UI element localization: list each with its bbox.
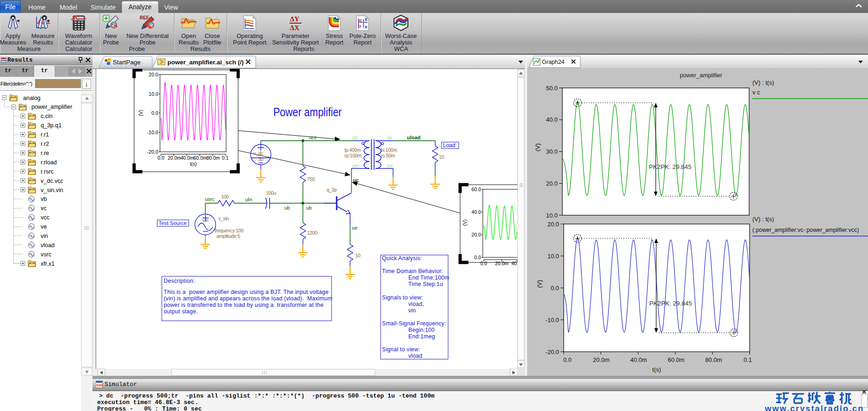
svg-text:20.0: 20.0 <box>472 232 481 237</box>
svg-text:0.0: 0.0 <box>480 261 487 266</box>
svg-text:(V): (V) <box>534 143 541 151</box>
svg-text:output stage.: output stage. <box>164 308 198 315</box>
svg-text:r.r1: r.r1 <box>41 131 49 138</box>
svg-text:20.0m: 20.0m <box>593 356 609 363</box>
svg-text:Load: Load <box>443 142 456 149</box>
svg-text:(V) : t(s): (V) : t(s) <box>752 216 774 223</box>
svg-text:r.rsrc: r.rsrc <box>41 168 54 175</box>
svg-text:pp: pp <box>352 135 358 140</box>
svg-text:1200: 1200 <box>307 230 318 236</box>
svg-text:r.re: r.re <box>41 150 49 156</box>
svg-text:ΔX: ΔX <box>290 24 299 31</box>
svg-text:Small-Signal Frequency:: Small-Signal Frequency: <box>382 320 446 327</box>
svg-text:t(s): t(s) <box>653 366 661 373</box>
svg-text:usrc: usrc <box>205 196 215 202</box>
svg-text:ls:100m: ls:100m <box>381 147 397 153</box>
svg-text:analog: analog <box>23 95 41 101</box>
svg-text:(V): (V) <box>138 110 143 116</box>
svg-text:t(s): t(s) <box>190 161 197 167</box>
svg-text:Power amplifier: Power amplifier <box>273 105 342 119</box>
svg-text:(V) : t(s): (V) : t(s) <box>752 79 774 86</box>
svg-text:r.rload: r.rload <box>41 159 57 166</box>
svg-text:ucc: ucc <box>309 135 317 140</box>
svg-text:Time Step:1u: Time Step:1u <box>408 281 443 287</box>
svg-text:uIn: uIn <box>245 197 252 202</box>
svg-text:0.0: 0.0 <box>474 255 481 260</box>
svg-text:lp:400m: lp:400m <box>345 147 361 153</box>
svg-text:-10.0: -10.0 <box>545 317 559 324</box>
svg-text:ue: ue <box>352 225 357 230</box>
svg-text:c.cin: c.cin <box>41 113 53 119</box>
svg-text:Graph24: Graph24 <box>542 59 565 65</box>
svg-text:amplitude:5: amplitude:5 <box>216 233 240 239</box>
svg-text:-20.0: -20.0 <box>147 149 158 155</box>
svg-text:10: 10 <box>355 253 361 258</box>
svg-text:20.0: 20.0 <box>548 221 559 228</box>
svg-text:REF: REF <box>140 15 149 20</box>
svg-text:10.0: 10.0 <box>548 253 559 260</box>
svg-text:power_amplifier.ai_sch (/): power_amplifier.ai_sch (/) <box>167 59 244 66</box>
svg-text:80.0m: 80.0m <box>705 356 722 363</box>
svg-text:ub: ub <box>306 205 312 211</box>
svg-text:v c: v c <box>752 89 760 96</box>
svg-text:0.1: 0.1 <box>744 356 752 363</box>
svg-text:40.0: 40.0 <box>472 209 481 215</box>
svg-text:60.0: 60.0 <box>472 187 481 192</box>
svg-text:Test Source: Test Source <box>159 220 187 226</box>
svg-text:ub: ub <box>284 205 290 211</box>
svg-text:PK2PK: 29.845: PK2PK: 29.845 <box>649 300 692 307</box>
svg-text:ΔY: ΔY <box>290 15 299 23</box>
svg-text:vcc: vcc <box>41 214 49 221</box>
svg-text:v_sin: v_sin <box>218 216 229 221</box>
svg-text:End Time:100m: End Time:100m <box>408 274 449 281</box>
svg-text:0.0: 0.0 <box>551 285 559 292</box>
svg-text:Time Domain Behavior:: Time Domain Behavior: <box>382 268 443 274</box>
svg-text:sp: sp <box>387 135 392 140</box>
svg-text:20.0m: 20.0m <box>167 155 181 161</box>
svg-text:vin: vin <box>408 307 416 314</box>
svg-text:Signal to view:: Signal to view: <box>382 346 420 353</box>
svg-text:SIM: SIM <box>96 383 103 387</box>
svg-text:uload: uload <box>407 135 420 140</box>
svg-text:rs:50m: rs:50m <box>381 153 395 158</box>
svg-text:20.0: 20.0 <box>149 72 159 77</box>
svg-text:40.0m: 40.0m <box>180 155 194 161</box>
svg-text:vb: vb <box>41 196 47 202</box>
svg-text:10.0: 10.0 <box>546 212 558 219</box>
svg-text:60.0m: 60.0m <box>193 155 207 161</box>
svg-text:pm: pm <box>352 163 359 168</box>
svg-text:xfr.x1: xfr.x1 <box>41 261 55 267</box>
svg-text:-20.0: -20.0 <box>545 349 559 355</box>
svg-text:10: 10 <box>439 154 444 160</box>
svg-text:50.0: 50.0 <box>546 85 558 92</box>
svg-text:40.0m: 40.0m <box>630 356 647 363</box>
svg-text:Begin:100: Begin:100 <box>408 327 435 333</box>
svg-text:vload: vload <box>408 353 422 359</box>
svg-text:rp:100m: rp:100m <box>345 153 362 158</box>
svg-text:vload,: vload, <box>408 301 424 307</box>
svg-text:v_dc.vcc: v_dc.vcc <box>41 178 63 184</box>
svg-text:v_sin.vin: v_sin.vin <box>41 187 63 193</box>
svg-text:40.0: 40.0 <box>546 116 558 123</box>
svg-text:vload: vload <box>41 242 55 249</box>
svg-text:10.0: 10.0 <box>149 91 159 97</box>
svg-text:20.0m: 20.0m <box>495 261 508 266</box>
svg-text:(V): (V) <box>462 219 468 226</box>
svg-text:0.1: 0.1 <box>222 155 229 161</box>
svg-text:750: 750 <box>307 176 315 182</box>
svg-text:power_amplifier: power_amplifier <box>31 104 72 110</box>
svg-text:0.0: 0.0 <box>151 110 158 116</box>
svg-text:power is transferred to the lo: power is transferred to the load by usin… <box>164 302 324 308</box>
svg-text:vsrc: vsrc <box>41 251 51 258</box>
svg-text:-10.0: -10.0 <box>147 130 158 135</box>
svg-text:100: 100 <box>221 194 229 199</box>
svg-text:r.r2: r.r2 <box>41 141 49 147</box>
svg-text:Signals to view:: Signals to view: <box>382 294 423 301</box>
svg-text:q_3p.q1: q_3p.q1 <box>41 122 62 129</box>
svg-text:vin: vin <box>41 233 48 239</box>
svg-text:20.0: 20.0 <box>546 180 558 187</box>
svg-text:PK2PK: 29.845: PK2PK: 29.845 <box>649 163 691 170</box>
svg-text:0.0: 0.0 <box>563 356 572 363</box>
svg-text:sm: sm <box>387 163 394 168</box>
svg-text:End:1meg: End:1meg <box>408 333 435 340</box>
